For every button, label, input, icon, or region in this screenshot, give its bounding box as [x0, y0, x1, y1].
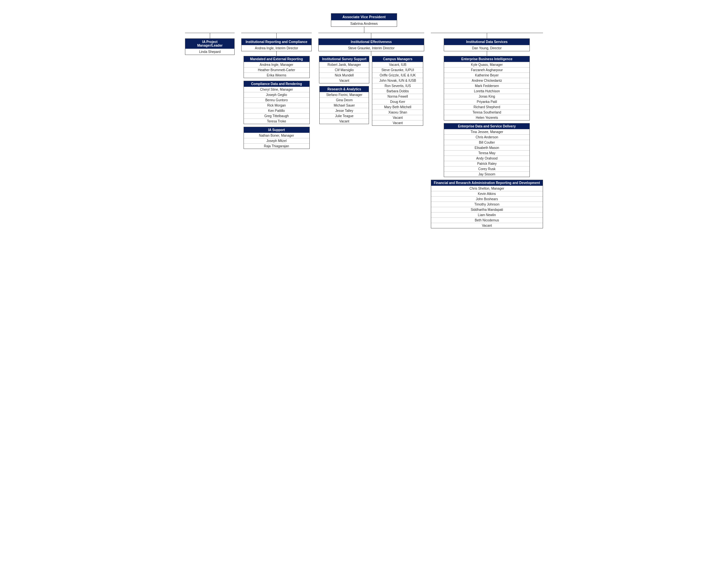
edsd-p5: Andy Orahood [444, 156, 529, 161]
cm-title: Campus Managers [372, 56, 423, 62]
mer-box: Mandated and External Reporting Andrea I… [244, 56, 310, 78]
top-vert-connector [364, 27, 364, 33]
mer-title: Mandated and External Reporting [244, 56, 309, 62]
edsd-p1: Chris Anderson [444, 134, 529, 140]
ra-p5: Vacant [320, 118, 369, 124]
cdr-p4: Ken Pattillo [244, 108, 309, 113]
cdr-p6: Teresa Troke [244, 118, 309, 124]
level1-layout: IA Project Manager/Leader Linda Shepard … [7, 33, 721, 228]
cm-p5: Ron Severtis, IUS [372, 83, 423, 88]
edsd-manager: Tina Jessee, Manager [444, 129, 529, 134]
frard-p6: Beth Nicodemus [431, 217, 543, 223]
edsd-p3: Elisabeth Mason [444, 145, 529, 150]
ebi-box: Enterprise Business Intelligence Kyle Qu… [444, 56, 530, 120]
ebi-p9: Teresa Southerland [444, 110, 529, 115]
cm-box: Campus Managers Vacant, IUB Steve Graunk… [372, 56, 423, 126]
cdr-p2: Bennu Guntoro [244, 97, 309, 103]
iss-title: Institutional Survey Support [319, 56, 369, 62]
ebi-p7: Priyanka Patil [444, 99, 529, 104]
ebi-p5: Loretta Hutchison [444, 88, 529, 94]
ia-project-box: IA Project Manager/Leader Linda Shepard [185, 38, 235, 55]
ra-p1: Gina Deom [320, 97, 369, 103]
iss-manager: Robert Janik, Manager [319, 62, 369, 67]
mer-manager: Andrea Ingle, Manager [244, 62, 309, 67]
ebi-manager: Kyle Quass, Manager [444, 62, 529, 67]
ebi-p2: Katherine Beyer [444, 72, 529, 78]
top-name: Sabrina Andrews [331, 20, 397, 26]
frard-p2: John Boshears [431, 196, 543, 202]
frard-p1: Kevin Atkins [431, 191, 543, 196]
ia-support-manager: Nathan Boner, Manager [244, 133, 309, 138]
edsd-title: Enterprise Data and Service Delivery [444, 123, 529, 129]
iss-p2: Nick Mundell [319, 72, 369, 78]
cdr-p3: Rick Morgan [244, 103, 309, 108]
cm-p3: Oriffe Grizzle, IUE & IUK [372, 72, 423, 78]
ebi-p3: Andrew Chickedantz [444, 78, 529, 83]
ra-p2: Michael Sauer [320, 103, 369, 108]
col-ids: Institutional Data Services Dan Young, D… [431, 33, 543, 228]
edsd-p8: Jay Sissom [444, 171, 529, 177]
cm-p9: Mary Beth Mitchell [372, 104, 423, 110]
mer-p2: Erika Weems [244, 72, 309, 78]
ebi-p6: Jonas King [444, 94, 529, 99]
irc-title: Institutional Reporting and Compliance [242, 39, 311, 45]
ie-box: Institutional Effectiveness Steve Graunk… [318, 38, 424, 51]
ie-sub-row: Institutional Survey Support Robert Jani… [319, 56, 423, 126]
ra-box: Research & Analytics Stefano Fiorini, Ma… [319, 86, 369, 124]
edsd-p4: Teresa May [444, 150, 529, 156]
cm-p6: Barbara Dobbs [372, 88, 423, 94]
cdr-box: Compliance Data and Rendering Cheryl Sti… [244, 81, 310, 124]
ebi-p4: Mark Feddersen [444, 83, 529, 88]
ebi-p10: Helen Yezerets [444, 115, 529, 120]
edsd-p2: Bill Coulter [444, 140, 529, 145]
frard-p3: Timothy Johnson [431, 202, 543, 207]
ra-manager: Stefano Fiorini, Manager [320, 92, 369, 97]
cm-p11: Vacant [372, 115, 423, 120]
ids-name: Dan Young, Director [444, 45, 529, 51]
mer-p1: Heather Brummett-Carter [244, 67, 309, 72]
ia-support-box: IA Support Nathan Boner, Manager Joseph … [244, 127, 310, 149]
ia-project-title: IA Project Manager/Leader [185, 39, 234, 49]
ra-p4: Julie Teague [320, 113, 369, 118]
cm-p8: Doug Kerr [372, 99, 423, 104]
irc-box: Institutional Reporting and Compliance A… [241, 38, 312, 51]
ia-support-title: IA Support [244, 127, 309, 133]
irc-name: Andrea Ingle, Interim Director [242, 45, 311, 51]
top-node: Associate Vice President Sabrina Andrews [331, 13, 397, 27]
org-chart: Associate Vice President Sabrina Andrews… [7, 13, 721, 228]
frard-p5: Liam Newlin [431, 212, 543, 217]
ra-p3: Jesse Talley [320, 108, 369, 113]
ia-project-name: Linda Shepard [185, 49, 234, 55]
v-line-irc [276, 33, 277, 38]
edsd-box: Enterprise Data and Service Delivery Tin… [444, 123, 530, 177]
iss-p1: Clif Marsiglio [319, 67, 369, 72]
top-box: Associate Vice President Sabrina Andrews [331, 13, 397, 27]
col-irc: Institutional Reporting and Compliance A… [241, 33, 312, 149]
cdr-p5: Greg Tittelbaugh [244, 113, 309, 118]
edsd-p6: Patrick Raley [444, 161, 529, 166]
ie-title: Institutional Effectiveness [319, 39, 424, 45]
cm-p1: Vacant, IUB [372, 62, 423, 67]
ia-support-p1: Joseph Mitzel [244, 138, 309, 143]
ie-name: Steve Graunke, Interim Director [319, 45, 424, 51]
frard-p7: Vacant [431, 223, 543, 228]
ids-box: Institutional Data Services Dan Young, D… [444, 38, 530, 51]
cdr-title: Compliance Data and Rendering [244, 81, 309, 87]
ebi-p1: Farzaneh Asgharpour [444, 67, 529, 72]
cm-p4: John Novak, IUN & IUSB [372, 78, 423, 83]
frard-title: Financial and Research Administration Re… [431, 180, 543, 186]
cm-p10: Xiaoxu Shan [372, 110, 423, 115]
cdr-manager: Cheryl Stine, Manager [244, 87, 309, 92]
ra-title: Research & Analytics [320, 86, 369, 92]
ids-title: Institutional Data Services [444, 39, 529, 45]
cm-p2: Steve Graunke, IUPUI [372, 67, 423, 72]
v-line-ia [210, 33, 210, 38]
frard-p4: Siddhartha Mandapati [431, 207, 543, 212]
ia-support-p2: Raja Thiagarajan [244, 143, 309, 149]
ie-left: Institutional Survey Support Robert Jani… [319, 56, 369, 124]
frard-box: Financial and Research Administration Re… [431, 180, 543, 228]
edsd-p7: Corey Rusk [444, 166, 529, 171]
iss-box: Institutional Survey Support Robert Jani… [319, 56, 369, 83]
ie-right: Campus Managers Vacant, IUB Steve Graunk… [372, 56, 423, 126]
col-ia-project: IA Project Manager/Leader Linda Shepard [185, 33, 235, 55]
